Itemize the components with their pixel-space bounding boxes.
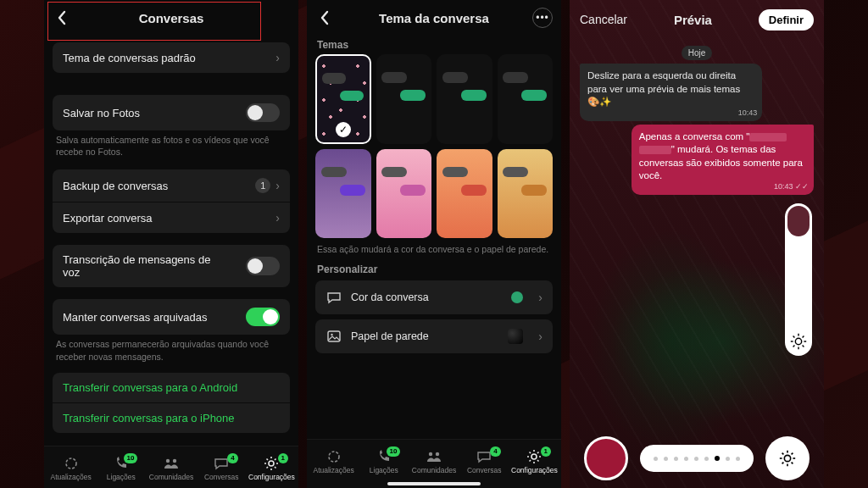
tab-updates[interactable]: Atualizações [46,455,96,481]
pager-dot [664,457,668,461]
page-title: Conversas [44,11,298,25]
svg-line-34 [803,336,804,338]
day-pill: Hoje [682,46,713,60]
svg-point-2 [173,459,176,463]
toggle-keep-archived[interactable] [246,308,280,326]
badge-backup: 1 [255,178,270,193]
svg-point-14 [329,452,339,462]
tab-communities[interactable]: Comunidades [146,455,196,481]
pager-dot [684,457,688,461]
toggle-save-photos[interactable] [246,103,280,122]
updates-icon [326,448,342,465]
section-personalize: Personalizar [317,263,551,275]
svg-line-32 [803,346,804,347]
theme-note: Essa ação mudará a cor da conversa e o p… [317,243,551,255]
wallpaper-thumb [508,329,523,344]
caption-save-photos: Salva automaticamente as fotos e os víde… [53,130,290,158]
theme-thumb-4[interactable] [315,149,371,239]
row-default-chat-theme[interactable]: Tema de conversas padrão › [53,42,290,73]
row-save-to-photos[interactable]: Salvar no Fotos [53,95,290,130]
theme-thumb-2[interactable] [437,54,492,144]
theme-thumb-5[interactable] [376,149,432,239]
link-transfer-android[interactable]: Transferir conversas para o Android [53,373,290,402]
tab-communities[interactable]: Comunidades [409,448,459,474]
tab-chats[interactable]: 4Conversas [197,455,247,481]
svg-line-40 [782,453,784,455]
row-chat-color[interactable]: Cor da conversa › [315,280,553,314]
section-themes: Temas [317,39,551,51]
set-button[interactable]: Definir [759,9,814,30]
chevron-right-icon: › [275,211,280,225]
svg-point-35 [784,455,790,461]
svg-line-9 [275,467,276,469]
tab-calls[interactable]: 10Ligações [359,448,409,474]
row-voice-transcription[interactable]: Transcrição de mensagens de voz [53,245,290,287]
screen-conversas: Conversas Tema de conversas padrão › Sal… [44,0,298,488]
redacted [639,146,671,154]
chat-preview: Hoje Deslize para a esquerda ou direita … [570,39,824,429]
svg-line-10 [267,467,269,469]
image-icon [326,328,342,345]
link-transfer-iphone[interactable]: Transferir conversas para o iPhone [53,403,290,433]
chat-bubble-icon [326,289,342,306]
header: Conversas [44,0,298,36]
brightness-button[interactable] [765,436,810,480]
theme-thumb-1[interactable] [376,54,432,144]
message-incoming: Deslize para a esquerda ou direita para … [580,64,762,121]
row-backup[interactable]: Backup de conversas 1 › [53,169,290,202]
pager-dot [715,456,720,461]
row-keep-archived[interactable]: Manter conversas arquivadas [53,299,290,335]
page-title: Prévia [674,13,712,27]
svg-line-22 [530,452,531,454]
theme-pager[interactable] [640,445,754,472]
home-indicator [387,482,481,485]
communities-icon [163,455,180,472]
svg-line-23 [537,460,539,462]
theme-thumb-6[interactable] [437,149,492,239]
pager-dot [694,457,698,461]
svg-point-16 [436,452,439,456]
svg-line-33 [793,346,795,347]
svg-point-3 [269,461,274,466]
svg-rect-12 [328,331,340,341]
toggle-transcription[interactable] [246,257,280,275]
theme-thumb-0[interactable]: ✓ [315,54,371,144]
header: Tema da conversa ••• [307,0,561,36]
svg-line-42 [782,463,784,464]
tab-updates[interactable]: Atualizações [309,448,359,474]
row-wallpaper[interactable]: Papel de parede › [315,319,553,353]
pager-dot [654,457,658,461]
svg-line-11 [275,459,276,461]
chevron-right-icon: › [275,51,280,64]
tab-settings[interactable]: 1Configurações [509,448,559,474]
tab-chats[interactable]: 4Conversas [459,448,509,474]
cancel-button[interactable]: Cancelar [580,13,627,26]
svg-line-8 [267,459,269,461]
svg-point-26 [795,338,801,344]
brightness-slider[interactable] [785,203,812,356]
preview-controls [570,429,824,488]
message-outgoing: Apenas a conversa com " " mudará. Os tem… [632,125,814,195]
svg-point-15 [429,452,432,456]
header: Cancelar Prévia Definir [570,0,824,39]
page-title: Tema da conversa [307,11,561,25]
svg-line-41 [792,463,793,464]
screen-preview: Cancelar Prévia Definir Hoje Deslize par… [570,0,824,488]
sun-icon [789,332,808,351]
pager-dot [674,457,678,461]
caption-keep-archived: As conversas permanecerão arquivadas qua… [53,335,290,362]
theme-thumb-3[interactable] [498,54,554,144]
color-swatch [511,291,523,303]
tab-settings[interactable]: 1Configurações [247,455,297,481]
row-export[interactable]: Exportar conversa › [53,202,290,233]
tab-bar: Atualizações 10Ligações Comunidades 4Con… [307,439,561,481]
svg-point-1 [166,459,170,463]
chevron-right-icon: › [275,179,280,192]
tab-calls[interactable]: 10Ligações [96,455,146,481]
tab-bar: Atualizações 10Ligações Comunidades 4Con… [44,446,298,488]
theme-thumb-7[interactable] [498,149,554,239]
chevron-right-icon: › [538,330,542,343]
record-button[interactable] [584,436,628,480]
theme-grid: ✓ [315,54,553,238]
svg-line-24 [530,460,531,462]
